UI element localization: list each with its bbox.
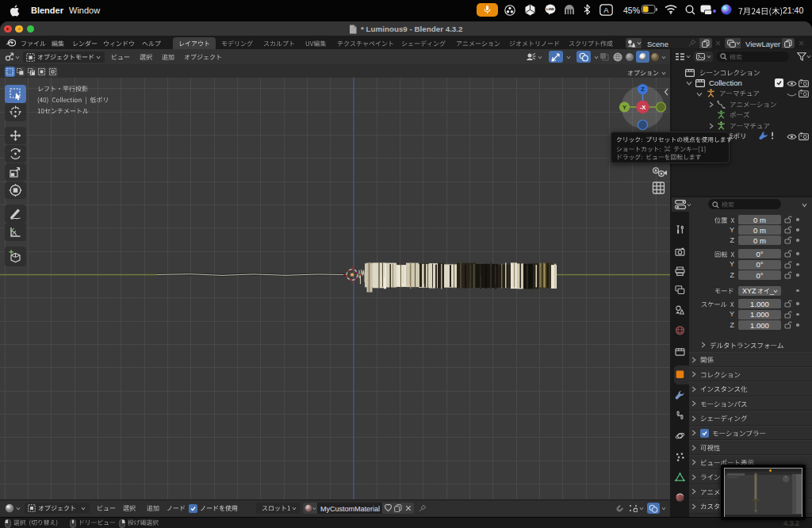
svg-text:Z: Z: [641, 86, 645, 93]
svg-text:LINE: LINE: [546, 7, 554, 11]
svg-text:A: A: [603, 6, 609, 14]
svg-text:-X: -X: [640, 104, 646, 111]
svg-text:Y: Y: [622, 104, 626, 111]
